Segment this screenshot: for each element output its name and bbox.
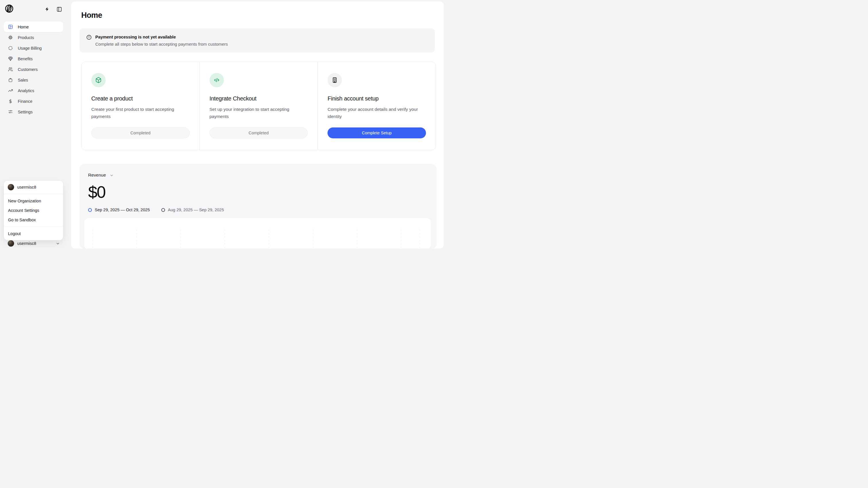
main-panel: Home Payment processing is not yet avail… [71,1,444,249]
code-icon [214,77,220,83]
collapse-sidebar-button[interactable] [56,6,62,12]
username: usermisc8 [17,185,36,189]
complete-setup-button[interactable]: Complete Setup [328,127,426,139]
setup-card-finish-account: Finish account setup Complete your accou… [317,62,436,150]
period-toggles: Sep 29, 2025 — Oct 29, 2025 Aug 29, 2025… [88,208,224,212]
menu-item-go-to-sandbox[interactable]: Go to Sandbox [4,215,63,224]
payment-processing-alert: Payment processing is not yet available … [80,28,435,53]
radio-ring-icon [88,208,92,212]
period-label: Aug 29, 2025 — Sep 29, 2025 [168,208,224,212]
setup-card-integrate-checkout: Integrate Checkout Set up your integrati… [199,62,318,150]
completed-button: Completed [91,127,190,139]
revenue-section: Revenue $0 Sep 29, 2025 — Oct 29, 2025 A… [80,164,437,249]
package-icon [95,77,102,83]
dollar-icon [8,99,13,103]
completed-button: Completed [210,127,308,139]
sidebar-item-usage-billing[interactable]: Usage Billing [4,43,63,53]
chevron-down-icon [110,173,114,177]
sidebar-item-label: Benefits [18,57,33,61]
card-description: Set up your integration to start accepti… [210,105,308,120]
sidebar-nav: Home Products Usage Billing [4,22,63,117]
chevron-down-icon [56,241,60,246]
icon-circle [328,73,342,87]
revenue-chart [84,218,431,249]
lightning-icon [45,7,50,11]
events-lightning-button[interactable] [44,6,50,12]
card-title: Integrate Checkout [210,95,308,102]
menu-item-logout[interactable]: Logout [4,229,63,238]
metric-value: $0 [88,182,105,202]
cog-icon [8,35,13,40]
sidebar-item-customers[interactable]: Customers [4,64,63,74]
card-description: Complete your account details and verify… [328,105,426,120]
page-title: Home [81,11,102,20]
menu-item-new-organization[interactable]: New Organization [4,196,63,206]
metric-selector[interactable]: Revenue [88,173,114,178]
user-menu-account-row[interactable]: usermisc8 [4,181,63,194]
alert-description: Complete all steps below to start accept… [95,42,228,47]
sidebar-user-button[interactable]: usermisc8 [4,239,67,248]
sidebar-item-products[interactable]: Products [4,32,63,43]
username: usermisc8 [17,241,36,246]
sidebar-item-home[interactable]: Home [4,22,63,32]
metric-label: Revenue [88,173,106,178]
period-previous[interactable]: Aug 29, 2025 — Sep 29, 2025 [161,208,224,212]
alert-circle-icon [86,35,92,40]
polar-logo-icon[interactable] [5,4,13,13]
icon-circle [210,73,224,87]
sidebar-item-label: Home [18,25,29,29]
sidebar-item-label: Analytics [18,88,34,93]
menu-item-account-settings[interactable]: Account Settings [4,206,63,215]
card-title: Finish account setup [328,95,426,102]
sidebar-item-label: Usage Billing [18,46,42,51]
shopping-bag-icon [8,78,13,82]
avatar [8,184,14,190]
user-menu-group: New Organization Account Settings Go to … [4,194,63,227]
sidebar-item-label: Settings [18,110,33,114]
sidebar-item-label: Products [18,35,34,40]
card-description: Create your first product to start accep… [91,105,190,120]
icon-circle [91,73,105,87]
period-current[interactable]: Sep 29, 2025 — Oct 29, 2025 [88,208,150,212]
alert-text: Payment processing is not yet available … [95,34,228,47]
alert-title: Payment processing is not yet available [95,34,228,39]
users-icon [8,67,13,72]
setup-card-create-product: Create a product Create your first produ… [82,62,199,150]
gem-icon [8,56,13,61]
building-icon [332,77,338,83]
setup-steps: Create a product Create your first produ… [81,62,436,150]
radio-ring-icon [161,208,165,212]
sidebar-item-finance[interactable]: Finance [4,96,63,106]
avatar [8,240,14,247]
period-label: Sep 29, 2025 — Oct 29, 2025 [95,208,150,212]
dashboard-icon [8,24,13,29]
card-title: Create a product [91,95,190,102]
chart-gridlines [84,230,431,249]
sliders-icon [8,110,13,114]
dashed-circle-icon [8,45,13,51]
user-menu-popup: usermisc8 New Organization Account Setti… [4,181,63,240]
trending-up-icon [8,88,13,93]
sidebar-item-benefits[interactable]: Benefits [4,53,63,64]
sidebar-item-analytics[interactable]: Analytics [4,85,63,96]
sidebar-item-label: Finance [18,99,32,103]
sidebar-item-label: Customers [18,67,38,72]
sidebar-item-settings[interactable]: Settings [4,106,63,117]
sidebar-item-label: Sales [18,78,28,82]
sidebar: Home Products Usage Billing [0,0,71,253]
panel-left-icon [57,7,62,12]
user-menu-group: Logout [4,227,63,240]
sidebar-item-sales[interactable]: Sales [4,74,63,85]
